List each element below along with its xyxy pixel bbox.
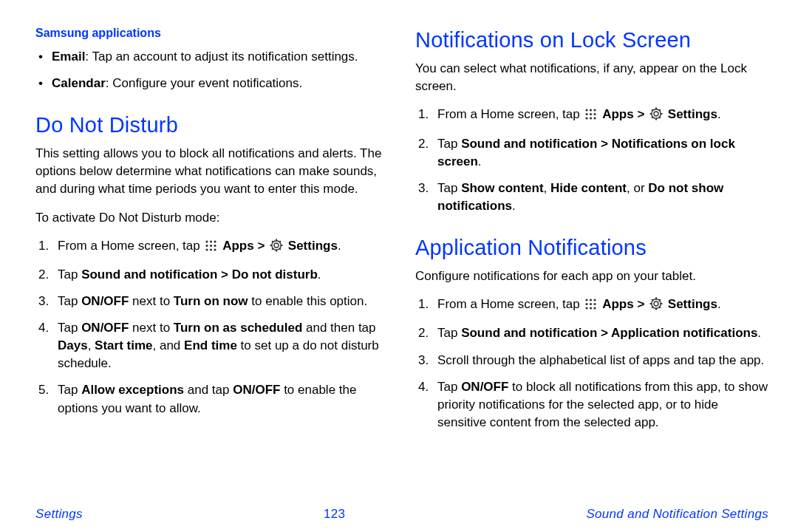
settings-gear-icon [649,107,663,126]
text: . [512,199,516,213]
svg-point-1 [210,240,212,242]
svg-point-19 [586,109,588,112]
svg-point-4 [210,245,212,247]
bold-path: Sound and notification > Application not… [461,326,757,340]
paragraph: Configure notifications for each app on … [415,267,768,285]
page-footer: Settings 123 Sound and Notification Sett… [0,501,798,532]
list-item: Calendar: Configure your event notificat… [38,75,389,92]
svg-point-8 [214,248,216,250]
svg-point-27 [594,117,596,120]
text: From a Home screen, tap [437,297,583,311]
text: Tap [437,326,461,340]
heading-application-notifications: Application Notifications [415,233,768,263]
bold-path: Sound and notification > Notifications o… [437,137,735,168]
step-item: Tap ON/OFF to block all notifications fr… [418,378,768,432]
text: , and [153,338,185,352]
bold-onoff: ON/OFF [461,380,508,394]
svg-point-44 [586,307,588,310]
label-apps: Apps > [222,239,268,253]
svg-line-18 [279,241,281,242]
step-item: Tap Sound and notification > Notificatio… [418,135,768,171]
text: From a Home screen, tap [58,239,203,253]
text: Tap [58,321,81,335]
appnotif-steps: From a Home screen, tap Apps > Settings.… [418,296,768,432]
text: Tap [58,294,81,308]
svg-point-45 [590,307,592,310]
paragraph: You can select what notifications, if an… [415,60,768,95]
page-body: Samsung applications Email: Tap an accou… [0,0,798,501]
dnd-steps: From a Home screen, tap Apps > Settings.… [38,237,389,417]
svg-line-34 [652,110,653,112]
text: . [717,107,721,121]
step-item: Tap ON/OFF next to Turn on now to enable… [38,293,389,310]
text: Scroll through the alphabetical list of … [437,353,764,367]
svg-point-20 [590,109,592,112]
text: . [757,326,761,340]
svg-line-17 [272,248,273,250]
svg-line-35 [659,117,661,119]
svg-point-0 [206,240,208,242]
bold-onoff: ON/OFF [81,294,129,308]
settings-gear-icon [649,297,663,316]
subhead-samsung-applications: Samsung applications [35,25,389,42]
step-item: From a Home screen, tap Apps > Settings. [38,237,389,257]
svg-point-6 [206,248,208,250]
svg-point-26 [590,117,592,120]
svg-point-2 [214,240,216,242]
text: Tap [58,383,81,397]
bold-show-content: Show content [461,181,543,195]
svg-point-5 [214,245,216,247]
settings-gear-icon [270,239,283,257]
bold-onoff: ON/OFF [233,383,280,397]
svg-point-9 [274,243,279,248]
svg-line-54 [659,307,661,308]
text: . [338,239,341,253]
svg-point-3 [206,245,208,247]
text: . [717,297,721,311]
svg-point-41 [586,303,588,305]
svg-point-47 [654,301,658,306]
svg-point-23 [590,113,592,115]
right-column: Notifications on Lock Screen You can sel… [415,25,768,492]
text: Tap [437,380,461,394]
heading-do-not-disturb: Do Not Disturb [35,110,389,140]
svg-line-53 [652,299,653,301]
label-email: Email [52,50,85,64]
svg-point-46 [594,307,596,310]
text: Tap [58,267,81,282]
text: , [88,338,95,352]
paragraph: To activate Do Not Disturb mode: [35,209,389,227]
bold-days: Days [58,338,88,352]
text: . [318,267,321,282]
svg-point-21 [594,109,596,112]
svg-point-28 [654,112,658,116]
text: , or [627,181,648,195]
text: : Configure your event notifications. [106,76,302,90]
bold-hide-content: Hide content [550,181,627,195]
svg-point-25 [586,117,588,120]
footer-right: Sound and Notification Settings [586,505,768,523]
apps-grid-icon [205,239,217,257]
left-column: Samsung applications Email: Tap an accou… [35,25,389,492]
svg-line-15 [272,241,273,242]
svg-point-39 [590,299,592,301]
svg-line-37 [659,110,661,112]
paragraph: This setting allows you to block all not… [35,145,389,198]
step-item: Tap ON/OFF next to Turn on as scheduled … [38,319,389,372]
svg-line-16 [279,248,281,250]
apps-grid-icon [584,108,597,126]
list-item: Email: Tap an account to adjust its noti… [38,48,389,66]
step-item: Scroll through the alphabetical list of … [418,352,768,369]
svg-point-22 [586,113,588,115]
step-item: Tap Sound and notification > Application… [418,324,768,342]
svg-point-40 [594,299,596,301]
label-settings: Settings [668,297,717,311]
bold-scheduled: Turn on as scheduled [174,321,302,335]
label-apps: Apps > [602,107,648,121]
svg-line-55 [652,307,653,308]
svg-point-7 [210,248,212,250]
label-calendar: Calendar [52,76,106,90]
bold-turn-on-now: Turn on now [174,294,248,308]
svg-line-36 [652,117,653,119]
label-apps: Apps > [602,297,648,311]
